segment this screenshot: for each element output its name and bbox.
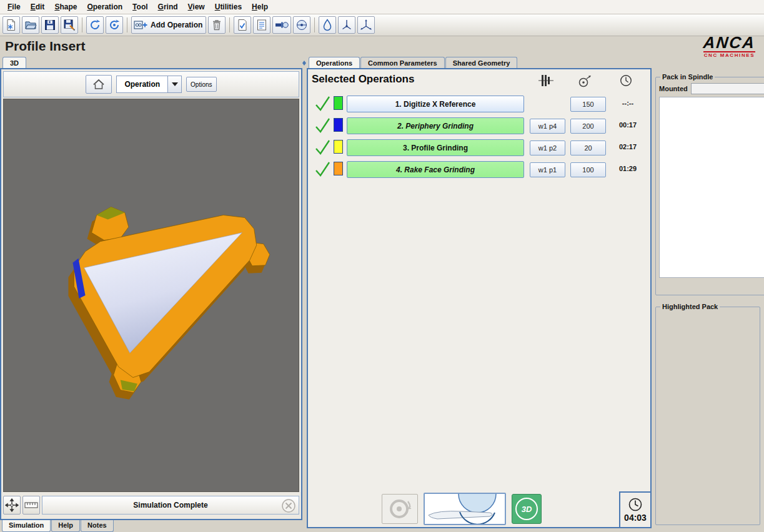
operation-name-button[interactable]: 3. Profile Grinding [347, 139, 524, 156]
operation-speed-button[interactable]: 200 [570, 119, 606, 134]
cancel-simulation-button[interactable] [281, 498, 296, 513]
operation-color-swatch[interactable] [334, 118, 343, 132]
pan-arrows-icon [5, 498, 19, 512]
trash-icon [211, 19, 223, 31]
pack-list[interactable] [659, 97, 764, 278]
mounted-row: Mounted [659, 83, 764, 94]
left-panel-bottom-tabs: SimulationHelpNotes [0, 520, 302, 532]
menu-utilities[interactable]: Utilities [210, 1, 247, 13]
menu-file[interactable]: File [2, 1, 26, 13]
operation-row: 2. Periphery Grinding w1 p4 200 00:17 [308, 115, 650, 137]
operation-wheelpack-button[interactable]: w1 p4 [530, 119, 565, 134]
tool-summary-button[interactable] [234, 16, 251, 34]
operation-wheelpack-button[interactable]: w1 p1 [530, 162, 565, 177]
view-frame: Operation Options [0, 68, 302, 520]
operation-time: 02:17 [612, 143, 644, 150]
measure-button[interactable] [22, 496, 40, 515]
operation-speed-button[interactable]: 20 [570, 140, 606, 155]
tab-simulation[interactable]: Simulation [2, 520, 51, 532]
open-file-button[interactable] [22, 16, 39, 34]
operation-dropdown[interactable]: Operation [116, 76, 182, 93]
mounted-label: Mounted [659, 85, 688, 92]
tab-help[interactable]: Help [51, 520, 80, 532]
tab-3d[interactable]: 3D [2, 57, 26, 68]
operations-bottom-bar: 3D 04:03 [308, 491, 650, 527]
operation-row: 1. Digitize X Reference 150 --:-- [308, 93, 650, 115]
collapse-right-icon [304, 61, 306, 66]
collet-icon [275, 19, 289, 31]
operation-color-swatch[interactable] [334, 140, 343, 154]
operation-name-button[interactable]: 2. Periphery Grinding [347, 117, 524, 134]
3d-view-button[interactable]: 3D [512, 494, 542, 524]
main-area: 3D Operation Options [0, 56, 764, 532]
view-toolbar: Operation Options [3, 71, 299, 97]
probe-button[interactable] [338, 16, 355, 34]
menu-edit[interactable]: Edit [26, 1, 50, 13]
grinding-wheel-button[interactable] [382, 494, 418, 524]
anca-logo-text: ANCA [703, 34, 757, 51]
tab-notes[interactable]: Notes [81, 520, 114, 532]
save-button[interactable] [41, 16, 59, 34]
new-file-button[interactable] [2, 16, 20, 34]
operations-header: Selected Operations [308, 69, 650, 93]
cancel-circle-icon [281, 498, 296, 513]
pack-in-spindle-group: Pack in Spindle Mounted [655, 73, 764, 295]
tab-common-parameters[interactable]: Common Parameters [360, 57, 445, 68]
cycle-time-value: 04:03 [624, 513, 647, 523]
wheel-editor-button[interactable] [293, 16, 310, 34]
menu-tool[interactable]: Tool [127, 1, 152, 13]
add-operation-icon [134, 19, 147, 31]
coolant-button[interactable] [319, 16, 336, 34]
operation-wheelpack-button[interactable]: w1 p2 [530, 140, 565, 155]
operation-name-button[interactable]: 1. Digitize X Reference [347, 96, 524, 112]
document-check-icon [236, 19, 249, 31]
wheel-profile-button[interactable] [424, 493, 506, 525]
pack-in-spindle-title: Pack in Spindle [660, 73, 715, 81]
open-folder-icon [24, 19, 37, 31]
delete-operation-button[interactable] [208, 16, 226, 34]
menu-operation[interactable]: Operation [82, 1, 127, 13]
axes-button[interactable] [357, 16, 375, 34]
chevron-down-icon [172, 82, 178, 86]
simulation-viewport[interactable] [3, 99, 299, 492]
splitter-collapse-arrows[interactable] [302, 61, 307, 68]
menu-view[interactable]: View [183, 1, 210, 13]
mounted-input[interactable] [691, 83, 764, 94]
toolbar: Add Operation [0, 14, 764, 36]
operation-row: 3. Profile Grinding w1 p2 20 02:17 [308, 137, 650, 159]
simulate-icon [89, 19, 101, 31]
3d-view-label: 3D [515, 498, 538, 520]
operation-check-icon [314, 160, 331, 178]
operation-dropdown-arrow[interactable] [168, 76, 182, 93]
grinding-wheel-icon [385, 495, 414, 521]
page-title: Profile Insert [5, 39, 85, 54]
home-view-button[interactable] [86, 75, 112, 94]
menu-help[interactable]: Help [247, 1, 273, 13]
add-operation-button[interactable]: Add Operation [131, 16, 206, 34]
operation-color-swatch[interactable] [334, 96, 343, 110]
collet-button[interactable] [272, 16, 291, 34]
probe-axes-icon [340, 19, 353, 31]
operation-time: 01:29 [612, 165, 644, 172]
operation-speed-button[interactable]: 100 [570, 162, 606, 177]
simulate-button[interactable] [86, 16, 104, 34]
simulate-batch-button[interactable] [106, 16, 123, 34]
operation-color-swatch[interactable] [334, 162, 343, 175]
menu-shape[interactable]: Shape [49, 1, 82, 13]
clock-icon [628, 497, 643, 512]
time-column-icon [619, 74, 633, 87]
right-panel: OperationsCommon ParametersShared Geomet… [307, 56, 764, 532]
tab-shared-geometry[interactable]: Shared Geometry [445, 57, 518, 68]
save-as-button[interactable] [61, 16, 78, 34]
options-button[interactable]: Options [186, 77, 216, 92]
menu-grind[interactable]: Grind [153, 1, 183, 13]
toolbar-separator [314, 17, 315, 32]
operation-name-button[interactable]: 4. Rake Face Grinding [347, 161, 524, 178]
pan-view-button[interactable] [3, 496, 21, 515]
operation-speed-button[interactable]: 150 [570, 97, 606, 112]
wheel-profile-image [425, 494, 505, 524]
tab-operations[interactable]: Operations [309, 57, 360, 68]
operation-row: 4. Rake Face Grinding w1 p1 100 01:29 [308, 159, 650, 180]
tool-notes-button[interactable] [253, 16, 270, 34]
panel-splitter[interactable] [302, 56, 307, 532]
